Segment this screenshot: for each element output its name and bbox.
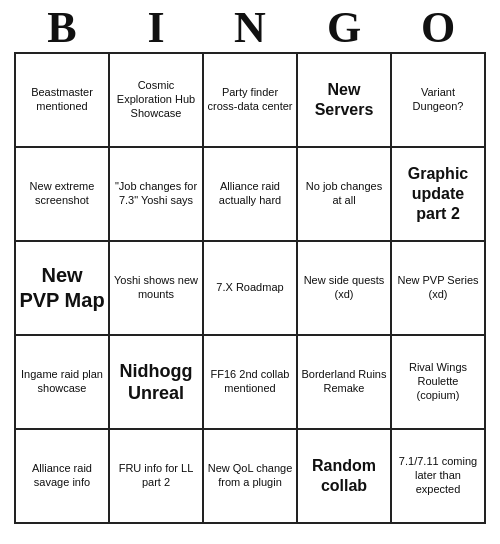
bingo-cell-19[interactable]: Rival Wings Roulette (copium)	[392, 336, 486, 430]
bingo-cell-15[interactable]: Ingame raid plan showcase	[16, 336, 110, 430]
bingo-cell-9[interactable]: Graphic update part 2	[392, 148, 486, 242]
bingo-cell-14[interactable]: New PVP Series (xd)	[392, 242, 486, 336]
bingo-cell-17[interactable]: FF16 2nd collab mentioned	[204, 336, 298, 430]
bingo-letter-n: N	[203, 6, 297, 50]
bingo-cell-22[interactable]: New QoL change from a plugin	[204, 430, 298, 524]
bingo-letter-o: O	[391, 6, 485, 50]
bingo-cell-2[interactable]: Party finder cross-data center	[204, 54, 298, 148]
bingo-cell-16[interactable]: Nidhogg Unreal	[110, 336, 204, 430]
bingo-cell-18[interactable]: Borderland Ruins Remake	[298, 336, 392, 430]
bingo-title: BINGO	[0, 0, 500, 52]
bingo-letter-b: B	[15, 6, 109, 50]
bingo-cell-5[interactable]: New extreme screenshot	[16, 148, 110, 242]
bingo-cell-20[interactable]: Alliance raid savage info	[16, 430, 110, 524]
bingo-cell-12[interactable]: 7.X Roadmap	[204, 242, 298, 336]
bingo-cell-11[interactable]: Yoshi shows new mounts	[110, 242, 204, 336]
bingo-cell-6[interactable]: "Job changes for 7.3" Yoshi says	[110, 148, 204, 242]
bingo-grid: Beastmaster mentionedCosmic Exploration …	[14, 52, 486, 524]
bingo-cell-21[interactable]: FRU info for LL part 2	[110, 430, 204, 524]
bingo-cell-8[interactable]: No job changes at all	[298, 148, 392, 242]
bingo-cell-24[interactable]: 7.1/7.11 coming later than expected	[392, 430, 486, 524]
bingo-letter-i: I	[109, 6, 203, 50]
bingo-cell-3[interactable]: New Servers	[298, 54, 392, 148]
bingo-letter-g: G	[297, 6, 391, 50]
bingo-cell-10[interactable]: New PVP Map	[16, 242, 110, 336]
bingo-cell-1[interactable]: Cosmic Exploration Hub Showcase	[110, 54, 204, 148]
bingo-cell-23[interactable]: Random collab	[298, 430, 392, 524]
bingo-cell-7[interactable]: Alliance raid actually hard	[204, 148, 298, 242]
bingo-cell-0[interactable]: Beastmaster mentioned	[16, 54, 110, 148]
bingo-cell-4[interactable]: Variant Dungeon?	[392, 54, 486, 148]
bingo-cell-13[interactable]: New side quests (xd)	[298, 242, 392, 336]
